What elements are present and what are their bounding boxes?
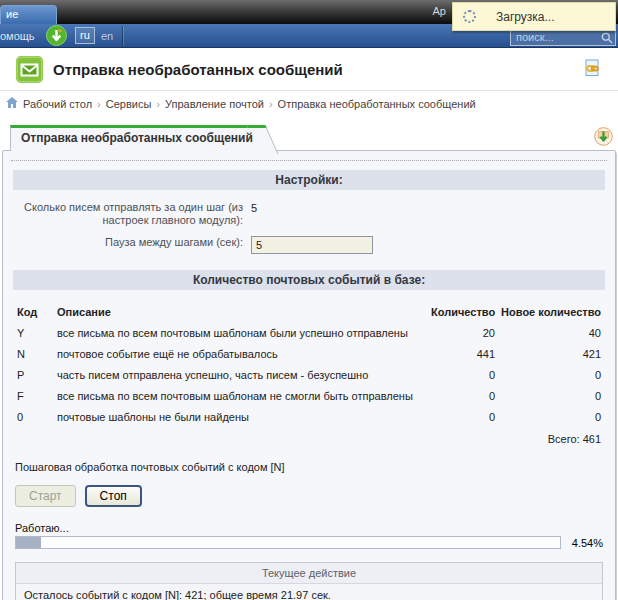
step-size-label: Сколько писем отправлять за один шаг (из… (9, 201, 251, 227)
home-icon[interactable] (6, 97, 18, 110)
row-count: 0 (431, 411, 495, 424)
row-count: 0 (431, 369, 495, 382)
breadcrumb-separator: › (97, 98, 101, 110)
row-code: F (17, 390, 51, 403)
row-count: 441 (431, 348, 495, 361)
content-box: Настройки: Сколько писем отправлять за о… (2, 150, 616, 600)
events-table: Код Описание Количество Новое количество… (17, 298, 601, 447)
events-header: Количество почтовых событий в базе: (13, 270, 605, 290)
col-code: Код (17, 306, 51, 319)
page-link-icon[interactable] (585, 59, 600, 81)
row-code: P (17, 369, 51, 382)
row-description: почтовые шаблоны не были найдены (57, 411, 425, 424)
row-description: все письма по всем почтовым шаблонам был… (57, 327, 425, 340)
main-content: Отправка необработанных сообщений Настро… (2, 125, 616, 600)
breadcrumb: Рабочий стол › Сервисы › Управление почт… (0, 91, 618, 116)
row-new-count: 0 (501, 369, 601, 382)
row-new-count: 0 (501, 390, 601, 403)
action-log-header: Текущее действие (16, 563, 602, 584)
breadcrumb-item-current: Отправка необработанных сообщений (278, 98, 476, 110)
setting-row-pause: Пауза между шагами (сек): (9, 236, 609, 254)
topbar-right-text[interactable]: Ар (433, 5, 446, 17)
row-count: 0 (431, 390, 495, 403)
breadcrumb-item-mail-management[interactable]: Управление почтой (165, 98, 264, 110)
loading-text: Загрузка... (496, 10, 555, 24)
start-button[interactable]: Старт (15, 485, 76, 507)
col-count: Количество (431, 306, 495, 319)
breadcrumb-separator: › (269, 98, 273, 110)
row-new-count: 0 (501, 411, 601, 424)
progress-fill (16, 537, 41, 548)
list-item: Осталось событий с кодом [N]: 421; общее… (16, 584, 602, 600)
settings-form: Сколько писем отправлять за один шаг (из… (9, 201, 609, 254)
tab-send-unprocessed[interactable]: Отправка необработанных сообщений (10, 125, 259, 151)
row-code: N (17, 348, 51, 361)
events-total: Всего: 461 (17, 428, 601, 447)
tab-strip: Отправка необработанных сообщений (2, 125, 616, 150)
progress-percent: 4.54% (567, 537, 603, 549)
update-icon[interactable] (46, 25, 67, 46)
table-row: 0 почтовые шаблоны не были найдены 0 0 (17, 407, 601, 428)
page-title: Отправка необработанных сообщений (53, 61, 585, 78)
stop-button[interactable]: Стоп (85, 485, 142, 507)
step-size-value: 5 (251, 201, 257, 214)
row-description: все письма по всем почтовым шаблонам не … (57, 390, 425, 403)
breadcrumb-separator: › (156, 98, 160, 110)
search-icon[interactable] (601, 30, 613, 48)
table-row: P часть писем отправлена успешно, часть … (17, 365, 601, 386)
page-header: Отправка необработанных сообщений (0, 48, 618, 91)
breadcrumb-item-services[interactable]: Сервисы (106, 98, 152, 110)
row-code: 0 (17, 411, 51, 424)
row-new-count: 40 (501, 327, 601, 340)
working-status: Работаю... (15, 522, 603, 534)
settings-header: Настройки: (13, 170, 605, 190)
loading-popup: Загрузка... (452, 2, 616, 31)
pause-input[interactable] (251, 236, 373, 254)
spinner-icon (463, 10, 476, 23)
setting-row-step-size: Сколько писем отправлять за один шаг (из… (9, 201, 609, 227)
lang-en-button[interactable]: en (101, 30, 113, 42)
export-icon[interactable] (594, 127, 613, 146)
nav-separator (122, 26, 123, 46)
table-row: Y все письма по всем почтовым шаблонам б… (17, 323, 601, 344)
pause-label: Пауза между шагами (сек): (9, 236, 251, 249)
admin-tab[interactable]: ие (0, 5, 57, 24)
mail-icon (16, 56, 43, 83)
processing-buttons: Старт Стоп (15, 485, 603, 507)
row-count: 20 (431, 327, 495, 340)
processing-caption: Пошаговая обработка почтовых событий с к… (15, 461, 603, 473)
col-description: Описание (57, 306, 425, 319)
dotted-divider (11, 160, 607, 161)
progress-row: 4.54% (15, 536, 603, 549)
breadcrumb-item-desktop[interactable]: Рабочий стол (23, 98, 92, 110)
row-description: почтовое событие ещё не обрабатывалось (57, 348, 425, 361)
lang-ru-button[interactable]: ru (75, 27, 95, 44)
table-row: F все письма по всем почтовым шаблонам н… (17, 386, 601, 407)
progress-bar (15, 536, 561, 549)
action-log: Текущее действие Осталось событий с кодо… (15, 562, 603, 600)
row-code: Y (17, 327, 51, 340)
row-new-count: 421 (501, 348, 601, 361)
col-new-count: Новое количество (501, 306, 601, 319)
events-table-header-row: Код Описание Количество Новое количество (17, 298, 601, 323)
help-link[interactable]: омощь (0, 30, 35, 42)
row-description: часть писем отправлена успешно, часть пи… (57, 369, 425, 382)
table-row: N почтовое событие ещё не обрабатывалось… (17, 344, 601, 365)
